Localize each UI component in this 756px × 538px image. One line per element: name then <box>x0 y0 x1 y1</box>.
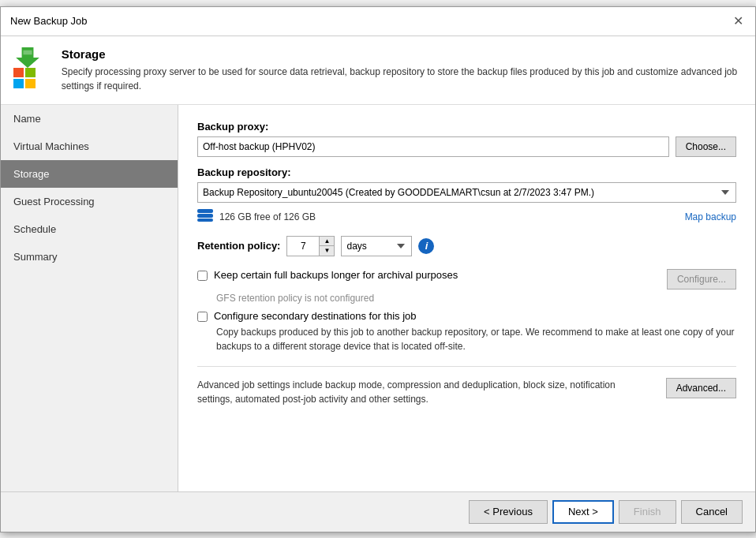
main-content: Name Virtual Machines Storage Guest Proc… <box>1 105 755 491</box>
storage-free-text: 126 GB free of 126 GB <box>219 211 679 222</box>
backup-proxy-row: Choose... <box>197 136 736 157</box>
svg-rect-3 <box>197 214 213 218</box>
advanced-button[interactable]: Advanced... <box>666 378 736 398</box>
title-bar: New Backup Job ✕ <box>1 7 755 36</box>
keep-backups-row: Keep certain full backups longer for arc… <box>197 269 736 290</box>
footer: < Previous Next > Finish Cancel <box>1 491 755 532</box>
map-backup-link[interactable]: Map backup <box>685 211 736 222</box>
backup-repository-row: Backup Repository_ubuntu20045 (Created b… <box>197 182 736 203</box>
sidebar-item-summary[interactable]: Summary <box>1 243 178 271</box>
sidebar-item-storage[interactable]: Storage <box>1 160 178 188</box>
retention-policy-row: Retention policy: ▲ ▼ days weeks months … <box>197 236 736 256</box>
backup-proxy-input[interactable] <box>197 136 669 157</box>
gfs-not-configured-text: GFS retention policy is not configured <box>216 293 736 304</box>
previous-button[interactable]: < Previous <box>469 500 548 524</box>
svg-rect-4 <box>197 219 213 222</box>
retention-number-input[interactable] <box>287 237 319 256</box>
retention-down-button[interactable]: ▼ <box>320 246 334 256</box>
retention-unit-select[interactable]: days weeks months <box>341 236 412 256</box>
retention-info-icon[interactable]: i <box>418 238 434 254</box>
backup-repository-select[interactable]: Backup Repository_ubuntu20045 (Created b… <box>197 182 736 203</box>
header-section: Storage Specify processing proxy server … <box>1 36 755 105</box>
close-button[interactable]: ✕ <box>730 13 746 29</box>
section-description: Specify processing proxy server to be us… <box>62 65 743 93</box>
secondary-destinations-checkbox[interactable] <box>197 312 208 322</box>
svg-rect-2 <box>197 209 213 213</box>
advanced-description: Advanced job settings include backup mod… <box>197 378 653 406</box>
secondary-destinations-label: Configure secondary destinations for thi… <box>214 310 417 322</box>
storage-info-row: 126 GB free of 126 GB Map backup <box>197 209 736 225</box>
secondary-destinations-desc: Copy backups produced by this job to ano… <box>216 325 736 353</box>
advanced-section: Advanced job settings include backup mod… <box>197 366 736 406</box>
retention-up-button[interactable]: ▲ <box>320 237 334 246</box>
svg-rect-1 <box>23 50 32 54</box>
cancel-button[interactable]: Cancel <box>681 500 743 524</box>
keep-backups-checkbox[interactable] <box>197 271 208 281</box>
header-text: Storage Specify processing proxy server … <box>62 47 743 93</box>
keep-backups-label: Keep certain full backups longer for arc… <box>214 269 661 281</box>
sidebar-item-name[interactable]: Name <box>1 105 178 133</box>
configure-button[interactable]: Configure... <box>667 269 736 290</box>
backup-proxy-choose-button[interactable]: Choose... <box>676 136 736 157</box>
dialog-title: New Backup Job <box>10 15 88 27</box>
download-arrow-icon <box>13 47 42 68</box>
sidebar: Name Virtual Machines Storage Guest Proc… <box>1 105 178 491</box>
app-icon <box>13 47 51 88</box>
database-icon <box>197 209 213 225</box>
sidebar-item-guest-processing[interactable]: Guest Processing <box>1 188 178 215</box>
retention-value-input: ▲ ▼ <box>286 236 335 256</box>
secondary-destinations-row: Configure secondary destinations for thi… <box>197 310 736 322</box>
ms-logo-icon <box>13 68 36 88</box>
retention-policy-label: Retention policy: <box>197 240 280 252</box>
backup-repository-label: Backup repository: <box>197 166 736 178</box>
sidebar-item-schedule[interactable]: Schedule <box>1 215 178 243</box>
next-button[interactable]: Next > <box>552 500 614 524</box>
content-area: Backup proxy: Choose... Backup repositor… <box>178 105 755 491</box>
finish-button[interactable]: Finish <box>619 500 676 524</box>
section-title: Storage <box>62 47 743 61</box>
backup-proxy-label: Backup proxy: <box>197 121 736 133</box>
new-backup-job-dialog: New Backup Job ✕ Storage Specify process… <box>0 6 756 532</box>
sidebar-item-virtual-machines[interactable]: Virtual Machines <box>1 133 178 160</box>
